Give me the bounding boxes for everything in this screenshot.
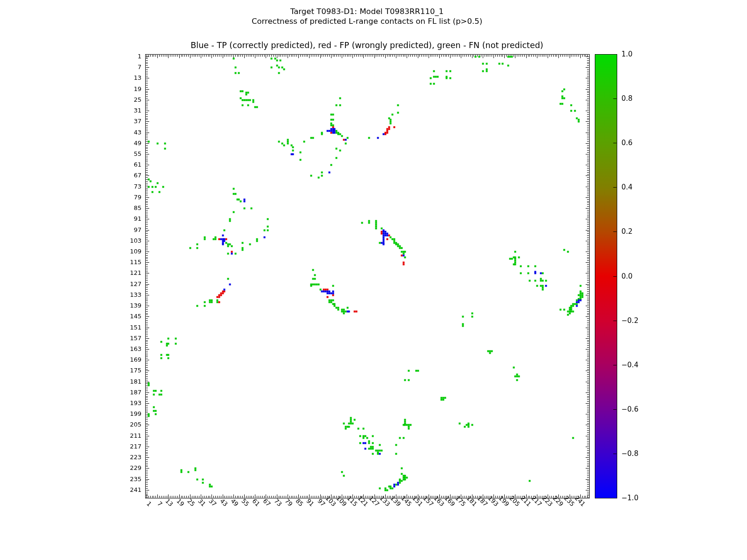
y-tick-label: 223	[113, 454, 141, 461]
y-tick-label: 103	[113, 237, 141, 245]
y-tick-label: 79	[113, 194, 141, 201]
y-tick-label: 229	[113, 464, 141, 472]
colorbar-tick-label: 0.6	[621, 139, 649, 147]
colorbar-tick-label: 0.0	[621, 272, 649, 280]
y-tick-label: 91	[113, 215, 141, 223]
colorbar-tick-label: −0.4	[621, 361, 649, 369]
colorbar-tick-label: −0.8	[621, 449, 649, 458]
colorbar-tick-label: 1.0	[621, 50, 649, 58]
y-tick-label: 193	[113, 399, 141, 407]
axes-title: Blue - TP (correctly predicted), red - F…	[0, 41, 734, 50]
y-tick-label: 13	[113, 74, 141, 82]
colorbar-tick-label: 0.2	[621, 227, 649, 236]
y-tick-label: 55	[113, 150, 141, 158]
y-tick-label: 181	[113, 378, 141, 385]
y-tick-label: 67	[113, 172, 141, 179]
y-tick-label: 115	[113, 259, 141, 266]
y-tick-label: 19	[113, 85, 141, 93]
y-tick-label: 187	[113, 389, 141, 396]
y-tick-label: 163	[113, 345, 141, 353]
y-tick-label: 61	[113, 161, 141, 168]
y-tick-label: 7	[113, 63, 141, 71]
y-tick-label: 109	[113, 248, 141, 255]
y-tick-label: 127	[113, 280, 141, 288]
y-tick-label: 133	[113, 291, 141, 299]
y-tick-label: 31	[113, 107, 141, 114]
y-tick-label: 73	[113, 183, 141, 190]
y-tick-label: 175	[113, 367, 141, 374]
y-tick-label: 205	[113, 421, 141, 428]
colorbar-tick-label: 0.4	[621, 183, 649, 191]
figure-title-line2: Correctness of predicted L-range contact…	[0, 16, 734, 26]
y-tick-label: 169	[113, 356, 141, 364]
y-tick-label: 121	[113, 269, 141, 277]
y-tick-label: 37	[113, 118, 141, 125]
y-tick-label: 151	[113, 324, 141, 331]
y-tick-label: 97	[113, 226, 141, 234]
y-tick-label: 217	[113, 443, 141, 450]
colorbar-tick-label: −0.2	[621, 316, 649, 325]
matplotlib-figure: Target T0983-D1: Model T0983RR110_1 Corr…	[0, 0, 747, 560]
figure-title-line1: Target T0983-D1: Model T0983RR110_1	[0, 7, 734, 16]
y-tick-label: 139	[113, 302, 141, 309]
y-tick-label: 211	[113, 432, 141, 440]
y-tick-label: 25	[113, 96, 141, 104]
y-tick-label: 1	[113, 53, 141, 60]
y-tick-label: 43	[113, 129, 141, 136]
colorbar-tick-label: 0.8	[621, 94, 649, 103]
y-tick-label: 49	[113, 140, 141, 147]
y-tick-label: 199	[113, 410, 141, 418]
y-tick-label: 85	[113, 204, 141, 212]
y-tick-label: 157	[113, 335, 141, 342]
colorbar-tick-label: −0.6	[621, 405, 649, 413]
colorbar-tick-label: −1.0	[621, 494, 649, 502]
y-tick-label: 145	[113, 313, 141, 320]
